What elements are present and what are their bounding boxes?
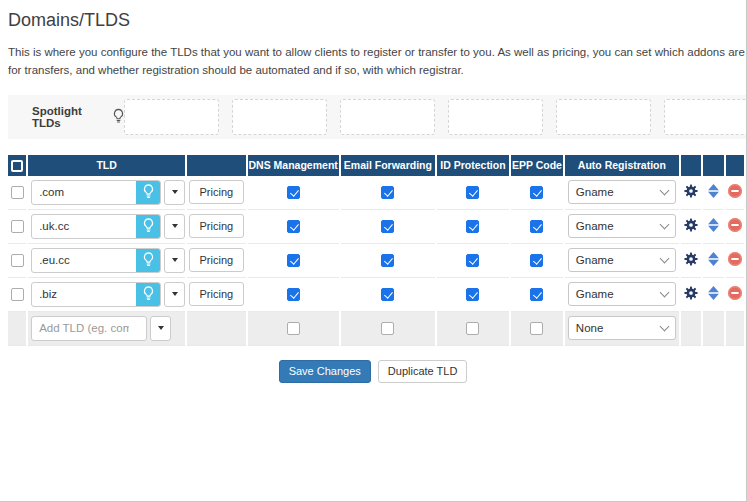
lightbulb-icon (143, 218, 154, 235)
sort-icon (707, 286, 720, 300)
chevron-down-icon (659, 287, 669, 297)
dns-management-checkbox[interactable] (287, 186, 300, 199)
row-select-checkbox[interactable] (11, 288, 24, 301)
row-select-checkbox[interactable] (11, 254, 24, 267)
chevron-down-icon (659, 219, 669, 229)
add-tld-input[interactable] (32, 317, 136, 340)
auto-registration-select[interactable]: Gname (568, 282, 676, 306)
email-forwarding-checkbox[interactable] (381, 186, 394, 199)
remove-tld-button[interactable] (728, 252, 742, 266)
email-forwarding-checkbox[interactable] (381, 288, 394, 301)
spotlight-slot[interactable] (556, 99, 651, 135)
spotlight-slot[interactable] (232, 99, 327, 135)
spotlight-slot[interactable] (448, 99, 543, 135)
tld-dropdown-toggle[interactable] (164, 248, 185, 273)
spotlight-slot[interactable] (664, 99, 747, 135)
tld-dropdown-toggle[interactable] (164, 180, 185, 205)
spotlight-toggle-button[interactable] (136, 215, 160, 238)
id-protection-checkbox[interactable] (466, 288, 479, 301)
epp-code-checkbox[interactable] (530, 186, 543, 199)
sort-handle[interactable] (707, 218, 720, 232)
gear-icon (684, 218, 698, 232)
auto-registration-select[interactable]: Gname (568, 180, 676, 204)
column-header-auto-registration: Auto Registration (565, 155, 679, 176)
column-header-settings (681, 155, 702, 176)
settings-button[interactable] (684, 286, 698, 300)
pricing-button[interactable]: Pricing (189, 282, 245, 306)
email-forwarding-checkbox[interactable] (381, 254, 394, 267)
id-protection-checkbox[interactable] (466, 186, 479, 199)
epp-code-checkbox[interactable] (530, 288, 543, 301)
pricing-button[interactable]: Pricing (189, 180, 245, 204)
lightbulb-icon (143, 286, 154, 303)
caret-down-icon (172, 292, 178, 296)
table-row: Pricing Gname (8, 244, 744, 278)
action-buttons: Save Changes Duplicate TLD (0, 360, 746, 383)
dns-management-checkbox[interactable] (287, 322, 300, 335)
auto-registration-select[interactable]: Gname (568, 214, 676, 238)
chevron-down-icon (659, 321, 669, 331)
settings-button[interactable] (684, 252, 698, 266)
dns-management-checkbox[interactable] (287, 254, 300, 267)
sort-handle[interactable] (707, 184, 720, 198)
column-header-select (8, 155, 26, 176)
remove-tld-button[interactable] (728, 286, 742, 300)
lightbulb-icon (143, 184, 154, 201)
remove-icon (728, 218, 742, 232)
spotlight-slot[interactable] (124, 99, 219, 135)
column-header-epp: EPP Code (511, 155, 563, 176)
column-header-tld: TLD (28, 155, 185, 176)
column-header-remove (726, 155, 744, 176)
epp-code-checkbox[interactable] (530, 220, 543, 233)
gear-icon (684, 252, 698, 266)
pricing-button[interactable]: Pricing (189, 248, 245, 272)
spotlight-slot[interactable] (340, 99, 435, 135)
save-changes-button[interactable]: Save Changes (279, 360, 371, 383)
spotlight-toggle-button[interactable] (136, 181, 160, 204)
duplicate-tld-button[interactable]: Duplicate TLD (378, 360, 468, 383)
tld-dropdown-toggle[interactable] (150, 316, 171, 341)
tld-input[interactable] (32, 181, 136, 204)
id-protection-checkbox[interactable] (466, 254, 479, 267)
settings-button[interactable] (684, 184, 698, 198)
tld-input[interactable] (32, 249, 136, 272)
email-forwarding-checkbox[interactable] (381, 322, 394, 335)
tld-input[interactable] (32, 215, 136, 238)
remove-icon (728, 184, 742, 198)
sort-handle[interactable] (707, 252, 720, 266)
tld-dropdown-toggle[interactable] (164, 282, 185, 307)
spotlight-toggle-button[interactable] (136, 283, 160, 306)
remove-tld-button[interactable] (728, 218, 742, 232)
column-header-sort (703, 155, 723, 176)
auto-registration-select[interactable]: None (568, 316, 676, 340)
dns-management-checkbox[interactable] (287, 220, 300, 233)
auto-registration-select[interactable]: Gname (568, 248, 676, 272)
remove-icon (728, 252, 742, 266)
tld-input[interactable] (32, 283, 136, 306)
caret-down-icon (158, 326, 164, 330)
remove-icon (728, 286, 742, 300)
epp-code-checkbox[interactable] (530, 254, 543, 267)
dns-management-checkbox[interactable] (287, 288, 300, 301)
add-tld-row: None (8, 312, 744, 346)
id-protection-checkbox[interactable] (466, 322, 479, 335)
tld-dropdown-toggle[interactable] (164, 214, 185, 239)
sort-handle[interactable] (707, 286, 720, 300)
email-forwarding-checkbox[interactable] (381, 220, 394, 233)
table-row: Pricing Gname (8, 278, 744, 312)
settings-button[interactable] (684, 218, 698, 232)
lightbulb-icon (113, 108, 124, 125)
epp-code-checkbox[interactable] (530, 322, 543, 335)
spotlight-tlds-bar: Spotlight TLDs (8, 95, 747, 139)
remove-tld-button[interactable] (728, 184, 742, 198)
row-select-checkbox[interactable] (11, 220, 24, 233)
spotlight-slots (124, 99, 747, 135)
page-title: Domains/TLDS (0, 0, 746, 31)
row-select-checkbox[interactable] (11, 186, 24, 199)
spotlight-toggle-button[interactable] (136, 249, 160, 272)
select-all-checkbox[interactable] (11, 160, 23, 172)
id-protection-checkbox[interactable] (466, 220, 479, 233)
sort-icon (707, 184, 720, 198)
table-row: Pricing Gname (8, 210, 744, 244)
pricing-button[interactable]: Pricing (189, 214, 245, 238)
